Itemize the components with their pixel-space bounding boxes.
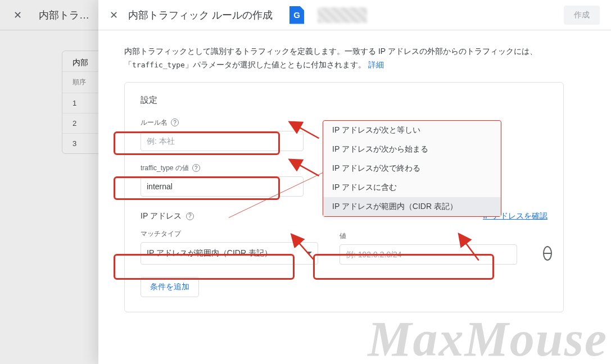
create-rule-panel: ✕ 内部トラフィック ルールの作成 G 作成 内部トラフィックとして識別するトラ… [98, 0, 611, 364]
list-option-selected[interactable]: IP アドレスが範囲内（CIDR 表記） [323, 197, 501, 216]
rule-name-label: ルール名 [141, 118, 168, 128]
close-icon[interactable]: ✕ [13, 9, 22, 21]
match-type-select[interactable]: IP アドレスが範囲内（CIDR 表記） [141, 242, 318, 265]
match-type-label: マッチタイプ [141, 229, 181, 239]
help-icon[interactable]: ? [186, 212, 194, 220]
property-name-redacted [318, 7, 367, 23]
traffic-type-label: traffic_type の値 [141, 163, 189, 173]
list-option[interactable]: IP アドレスが次から始まる [323, 140, 501, 159]
bg-order-label: 順序 [73, 78, 95, 87]
bg-title: 内部トラ… [39, 8, 89, 22]
remove-condition-button[interactable] [543, 246, 552, 261]
add-condition-button[interactable]: 条件を追加 [141, 277, 199, 297]
list-option[interactable]: IP アドレスが次と等しい [323, 121, 501, 140]
create-button[interactable]: 作成 [564, 6, 600, 25]
help-icon[interactable]: ? [171, 119, 179, 126]
list-option[interactable]: IP アドレスが次で終わる [323, 159, 501, 178]
help-icon[interactable]: ? [192, 164, 200, 172]
panel-title: 内部トラフィック ルールの作成 [128, 8, 273, 22]
ga4-icon: G [289, 6, 304, 24]
list-option[interactable]: IP アドレスに含む [323, 178, 501, 197]
value-label: 値 [340, 231, 346, 241]
traffic-type-input[interactable] [141, 176, 304, 197]
rule-name-input[interactable] [141, 131, 304, 151]
match-type-listbox[interactable]: IP アドレスが次と等しい IP アドレスが次から始まる IP アドレスが次で終… [323, 120, 501, 217]
chevron-down-icon [306, 252, 312, 254]
panel-body: 内部トラフィックとして識別するトラフィックを定義します。一致する IP アドレス… [98, 30, 611, 335]
learn-more-link[interactable]: 詳細 [368, 60, 384, 69]
intro-text: 内部トラフィックとして識別するトラフィックを定義します。一致する IP アドレス… [124, 45, 564, 72]
ip-value-input[interactable] [340, 244, 517, 265]
card-title: 設定 [141, 95, 547, 106]
close-icon[interactable]: ✕ [110, 9, 118, 21]
panel-header: ✕ 内部トラフィック ルールの作成 G 作成 [98, 0, 611, 30]
ip-section-label: IP アドレス [141, 211, 182, 221]
match-type-selected-label: IP アドレスが範囲内（CIDR 表記） [147, 248, 272, 258]
